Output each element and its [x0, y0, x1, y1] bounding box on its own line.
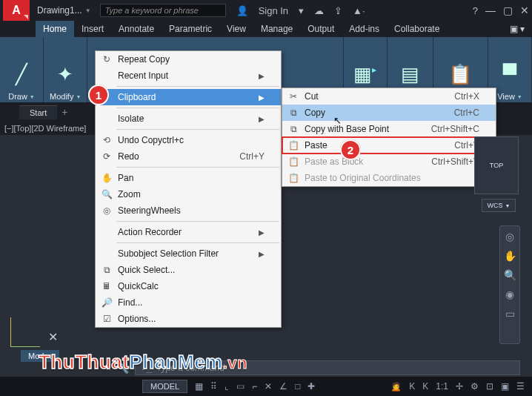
full-nav-icon[interactable]: ◎ — [505, 231, 514, 242]
tab-annotate[interactable]: Annotate — [111, 21, 162, 37]
snap-icon[interactable]: ⠿ — [210, 381, 217, 392]
menu-item-icon: ⧉ — [287, 108, 300, 118]
menu-item-icon: ⟳ — [100, 151, 113, 162]
maximize-button[interactable]: ▢ — [503, 4, 513, 16]
tab-parametric[interactable]: Parametric — [162, 21, 219, 37]
new-tab-button[interactable]: + — [61, 106, 67, 118]
gear-icon[interactable]: ⚙ — [471, 381, 479, 392]
grid-icon[interactable]: ▦ — [195, 381, 203, 392]
tab-view[interactable]: View — [219, 21, 253, 37]
menu-item[interactable]: ☑Options... — [96, 311, 281, 327]
menu-item[interactable]: ⟲Undo Copyctrl+c — [96, 132, 281, 148]
tab-home[interactable]: Home — [36, 21, 74, 37]
orbit-icon[interactable]: ◉ — [505, 288, 514, 300]
cancel-x-icon[interactable]: ✕ — [48, 330, 58, 344]
menu-item[interactable]: 📋PasteCtrl+V — [282, 137, 496, 154]
menu-item-label: Undo Copyctrl+c — [118, 135, 184, 145]
modify-icon: ✦ — [50, 56, 81, 92]
menu-item[interactable]: ⧉Copy with Base PointCtrl+Shift+C — [282, 121, 496, 137]
menu-item-label: Cut — [305, 91, 319, 102]
app-store-icon[interactable]: ▲· — [353, 5, 365, 16]
menu-item-icon: ☑ — [100, 314, 113, 324]
ribbon-minimize-button[interactable]: ▣ ▾ — [502, 21, 532, 37]
monitor-icon[interactable]: ▣ — [501, 381, 509, 392]
status-k-icon[interactable]: K — [409, 381, 415, 392]
minimize-button[interactable]: — — [485, 4, 496, 16]
menu-item[interactable]: ✋Pan — [96, 170, 281, 186]
menu-item-label: Redo — [118, 151, 139, 162]
menu-item-label: Copy with Base Point — [305, 124, 389, 134]
menu-item[interactable]: 🖩QuickCalc — [96, 278, 281, 294]
menu-item[interactable]: Isolate▶ — [96, 110, 281, 127]
menu-item[interactable]: Recent Input▶ — [96, 67, 281, 84]
wcs-badge[interactable]: WCS▼ — [482, 199, 516, 212]
status-k2-icon[interactable]: K — [422, 381, 428, 392]
signin-icon[interactable]: 👤 — [236, 5, 248, 16]
osnap-icon[interactable]: □ — [295, 381, 300, 392]
menu-item-icon: ✋ — [100, 173, 113, 183]
menu-item-icon: ✂ — [287, 91, 300, 102]
menu-item[interactable]: Subobject Selection Filter▶ — [96, 245, 281, 262]
menu-item-label: Clipboard — [118, 92, 156, 102]
watermark: ThuThuatPhanMem.vn — [39, 351, 247, 374]
close-button[interactable]: ✕ — [520, 4, 529, 16]
menu-item[interactable]: ⧉CopyCtrl+C — [282, 105, 496, 121]
dynamic-icon[interactable]: ▭ — [236, 381, 245, 392]
share-icon[interactable]: ⇪ — [334, 5, 342, 16]
menu-item[interactable]: ◎SteeringWheels — [96, 202, 281, 219]
customize-icon[interactable]: ☰ — [516, 381, 525, 392]
menu-item-shortcut: Ctrl+X — [454, 91, 479, 102]
document-title[interactable]: Drawing1... — [37, 5, 82, 16]
exchange-icon[interactable]: ☁ — [314, 5, 324, 16]
menu-item-label: Subobject Selection Filter — [118, 248, 219, 259]
menu-item[interactable]: ↻Repeat Copy — [96, 51, 281, 67]
submenu-arrow-icon: ▶ — [259, 72, 265, 80]
isoplane-icon[interactable]: ∠ — [279, 381, 287, 392]
tab-insert[interactable]: Insert — [74, 21, 111, 37]
menu-item[interactable]: Clipboard▶ — [96, 89, 281, 105]
panel-modify[interactable]: ✦ Modify▼ — [44, 37, 87, 102]
infer-icon[interactable]: ⌞ — [225, 381, 229, 392]
app-logo[interactable]: A — [3, 0, 30, 21]
status-model-button[interactable]: MODEL — [142, 380, 187, 393]
panel-draw[interactable]: ╱ Draw▼ — [0, 37, 44, 102]
viewcube[interactable]: TOP — [474, 136, 519, 194]
tab-manage[interactable]: Manage — [253, 21, 300, 37]
menu-item: 📋Paste as BlockCtrl+Shift+V — [282, 154, 496, 170]
signin-label[interactable]: Sign In — [259, 5, 288, 16]
menu-item[interactable]: Action Recorder▶ — [96, 224, 281, 240]
otrack-icon[interactable]: ✚ — [307, 381, 315, 392]
menu-item[interactable]: ⟳RedoCtrl+Y — [96, 148, 281, 165]
zoom-icon[interactable]: 🔍 — [504, 269, 516, 281]
document-dropdown-icon[interactable]: ▼ — [85, 7, 91, 14]
help-search-input[interactable]: Type a keyword or phrase — [100, 4, 226, 17]
tab-output[interactable]: Output — [300, 21, 342, 37]
clipboard-icon: 📋 — [445, 56, 476, 92]
help-icon[interactable]: ? — [473, 5, 478, 16]
menu-item-icon: 📋 — [287, 173, 300, 183]
menu-item[interactable]: 🔎Find... — [96, 294, 281, 311]
annotation-callout-1: 1 — [88, 85, 109, 105]
file-tab-start[interactable]: Start — [19, 105, 57, 119]
signin-dropdown-icon[interactable]: ▾ — [299, 5, 304, 16]
annoscale-label[interactable]: 1:1 — [436, 381, 448, 392]
menu-item-icon: ⟲ — [100, 135, 113, 145]
groups-icon: ▦▸ — [350, 56, 381, 92]
workspace-icon[interactable]: ⊡ — [486, 381, 493, 392]
ortho-icon[interactable]: ⌐ — [252, 381, 257, 392]
polar-icon[interactable]: ✕ — [265, 381, 272, 392]
menu-item-label: Action Recorder — [118, 227, 182, 237]
tab-collaborate[interactable]: Collaborate — [387, 21, 447, 37]
line-icon: ╱ — [6, 56, 37, 92]
showmotion-icon[interactable]: ▭ — [505, 308, 515, 320]
panel-draw-label: Draw — [8, 92, 27, 101]
menu-item[interactable]: ✂CutCtrl+X — [282, 88, 496, 105]
menu-item[interactable]: ⧉Quick Select... — [96, 262, 281, 278]
navigation-bar[interactable]: ◎ ✋ 🔍 ◉ ▭ — [499, 225, 520, 344]
annoscale-icon[interactable]: ✢ — [456, 381, 463, 392]
status-person-icon[interactable]: 🙍 — [390, 381, 402, 392]
tab-addins[interactable]: Add-ins — [342, 21, 387, 37]
pan-icon[interactable]: ✋ — [504, 250, 516, 262]
menu-item[interactable]: 🔍Zoom — [96, 186, 281, 202]
menu-item-shortcut: Ctrl+Y — [239, 151, 265, 162]
